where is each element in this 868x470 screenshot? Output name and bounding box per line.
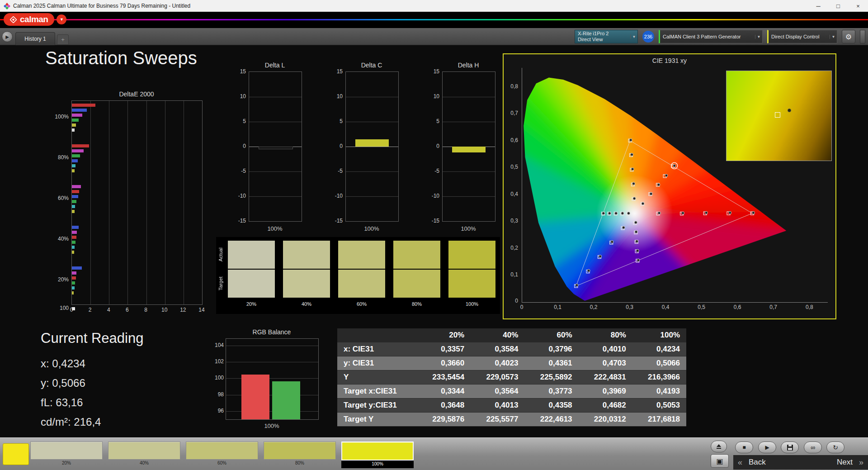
- saturation-patch-60%[interactable]: 60%: [186, 442, 258, 468]
- patch-label: 20%: [30, 460, 103, 467]
- deltae-bar: [72, 123, 76, 127]
- tab-history-1[interactable]: History 1: [15, 32, 55, 45]
- pattern-generator-dropdown[interactable]: CalMAN Client 3 Pattern Generator ▼: [659, 30, 763, 43]
- table-row: Y233,5454229,0573225,5892222,4831216,396…: [337, 370, 686, 385]
- gridline: [249, 122, 302, 122]
- deltae-bar: [72, 109, 87, 112]
- swatch-column: 60%: [338, 241, 385, 307]
- table-cell: 0,3344: [417, 385, 471, 399]
- tab-bar: ▶ History 1 + X-Rite i1Pro 2 Direct View…: [0, 28, 868, 45]
- measurement-count-badge[interactable]: 236: [642, 31, 654, 43]
- calman-logo[interactable]: calman ▼: [4, 13, 66, 26]
- axis-tick-label: 0: [232, 143, 246, 149]
- row-label: Y: [337, 370, 417, 385]
- refresh-button[interactable]: ↻: [826, 442, 844, 453]
- row-label: x: CIE31: [337, 342, 417, 356]
- close-button[interactable]: ×: [848, 0, 868, 12]
- deltae-bar: [72, 231, 77, 234]
- table-cell: 229,5876: [417, 413, 471, 427]
- table-cell: 0,4010: [579, 342, 632, 356]
- history-panel-button[interactable]: ▶: [2, 31, 13, 42]
- axis-tick-label: 96: [208, 408, 224, 414]
- deltae-plot-area: [71, 100, 203, 305]
- back-chevron-icon[interactable]: «: [738, 458, 742, 467]
- display-control-dropdown[interactable]: Direct Display Control ▼: [767, 30, 837, 43]
- table-cell: 0,4234: [632, 342, 686, 356]
- axis-tick-label: 100: [51, 305, 69, 311]
- target-swatch: [228, 270, 275, 298]
- deltae-bar: [72, 154, 80, 157]
- deltae-bar: [72, 164, 75, 167]
- gridline: [346, 97, 398, 97]
- pattern-window-button[interactable]: ▣: [711, 454, 729, 468]
- workflow-controls: X-Rite i1Pro 2 Direct View ▼ 236 CalMAN …: [575, 30, 865, 43]
- eject-button[interactable]: [711, 441, 727, 452]
- table-cell: 0,4013: [471, 399, 524, 413]
- chart-title: CIE 1931 xy: [504, 57, 835, 64]
- play-button[interactable]: ▶: [758, 442, 776, 453]
- gridline: [249, 196, 302, 197]
- save-button[interactable]: [781, 442, 799, 453]
- deltae-bar: [72, 205, 75, 208]
- meter-mode: Direct View: [578, 37, 627, 43]
- settings-sliver-button[interactable]: [860, 30, 865, 43]
- deltae-bar: [72, 190, 79, 193]
- row-label: y: CIE31: [337, 356, 417, 370]
- table-header-row: 20%40%60%80%100%: [337, 328, 686, 342]
- next-chevron-icon[interactable]: »: [859, 458, 863, 467]
- table-row: Target x:CIE310,33440,35640,37730,39690,…: [337, 385, 686, 399]
- add-tab-button[interactable]: +: [57, 34, 69, 45]
- table-row: x: CIE310,33570,35840,37960,40100,4234: [337, 342, 686, 356]
- column-header: [337, 328, 417, 342]
- saturation-patch-20%[interactable]: 20%: [30, 442, 103, 468]
- gear-icon[interactable]: ⚙: [842, 30, 855, 43]
- axis-tick-label: 0,3: [505, 218, 518, 224]
- gridline: [249, 171, 302, 172]
- target-swatch: [338, 270, 385, 298]
- maximize-button[interactable]: □: [828, 0, 848, 12]
- actual-target-swatch-strip: Actual Target 20%40%60%80%100%: [216, 237, 500, 314]
- reading-y: y: 0,5066: [41, 373, 143, 393]
- deltae-bar: [72, 169, 75, 172]
- deltae-bar: [72, 128, 75, 132]
- gridline: [146, 101, 147, 304]
- axis-tick-label: 15: [329, 68, 343, 75]
- actual-swatch: [448, 241, 495, 269]
- saturation-patch-100%[interactable]: 100%: [341, 442, 414, 468]
- axis-tick-label: 10: [426, 93, 439, 100]
- axis-tick-label: 104: [208, 342, 224, 348]
- table-cell: 222,4613: [524, 413, 578, 427]
- actual-swatch: [338, 241, 385, 269]
- axis-label: 100%: [345, 225, 398, 232]
- saturation-patch-80%[interactable]: 80%: [264, 442, 336, 468]
- stop-button[interactable]: ■: [735, 442, 753, 453]
- gridline: [443, 171, 495, 172]
- back-button[interactable]: Back: [749, 458, 766, 467]
- minimize-button[interactable]: ─: [808, 0, 828, 12]
- saturation-patch-row: 20%40%60%80%100%: [30, 442, 414, 468]
- axis-tick-label: 10: [329, 93, 343, 100]
- bottom-bar: 20%40%60%80%100% ▣ ■ ▶ ∞ ↻ « Back Next »: [0, 437, 868, 470]
- deltae-bar: [72, 200, 76, 203]
- axis-tick-label: 8: [141, 307, 151, 313]
- axis-tick-label: 0,6: [505, 137, 518, 143]
- cie-1931-panel: CIE 1931 xy 00,10,20,30,40,50,60,70,8 0,…: [503, 53, 836, 319]
- table-row: Target y:CIE310,36480,40130,43580,46820,…: [337, 399, 686, 413]
- delta-h-plot-area: [442, 71, 495, 222]
- table-row: Target Y229,5876225,5577222,4613220,0312…: [337, 413, 686, 427]
- continuous-measure-button[interactable]: ∞: [804, 442, 822, 453]
- saturation-patch-40%[interactable]: 40%: [108, 442, 180, 468]
- patch-color: [264, 442, 336, 460]
- meter-dropdown[interactable]: X-Rite i1Pro 2 Direct View ▼: [575, 30, 638, 43]
- axis-tick-label: -5: [232, 168, 246, 174]
- logo-menu-caret[interactable]: ▼: [57, 14, 66, 24]
- actual-row-label: Actual: [218, 241, 224, 269]
- axis-tick-label: 60%: [51, 195, 69, 201]
- patch-label: 100%: [341, 461, 414, 468]
- table-cell: 225,5892: [524, 370, 578, 385]
- table-cell: 0,3796: [524, 342, 578, 356]
- table-cell: 225,5577: [471, 413, 524, 427]
- deltae-bar: [72, 195, 78, 198]
- next-button[interactable]: Next: [837, 458, 853, 467]
- deltae-bar: [72, 281, 75, 285]
